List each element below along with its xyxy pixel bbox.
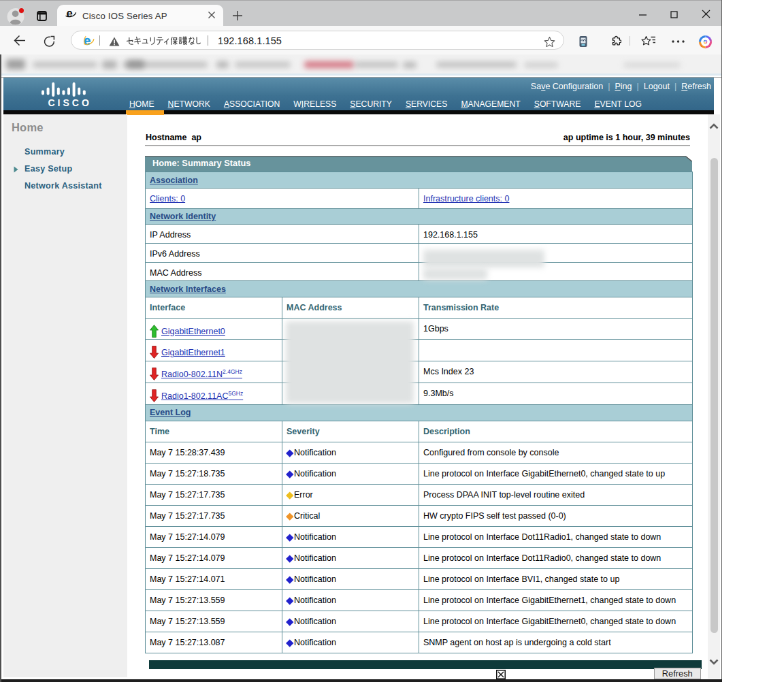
svg-text:Home: Summary Status: Home: Summary Status	[152, 158, 250, 168]
